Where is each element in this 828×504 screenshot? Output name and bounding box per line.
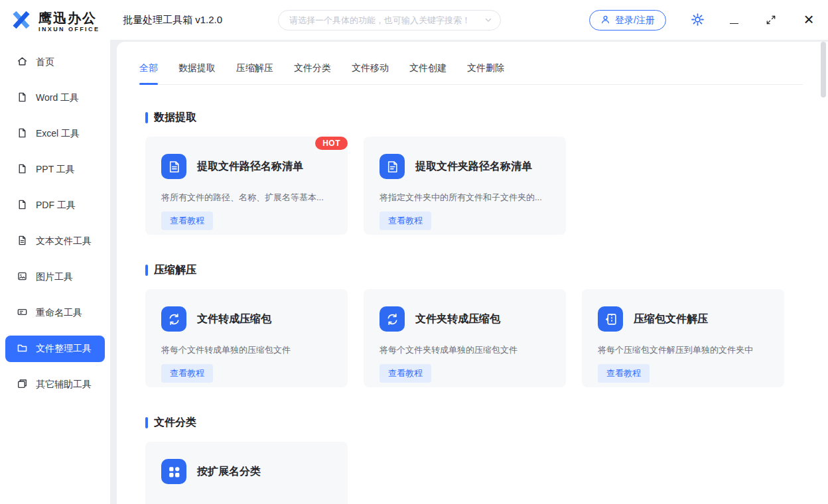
tool-card-classify-by-extension[interactable]: 按扩展名分类 <box>145 442 348 504</box>
logo-name: 鹰迅办公 <box>38 11 100 26</box>
tool-card-unzip[interactable]: 压缩包文件解压 将每个压缩包文件解压到单独的文件夹中 查看教程 <box>582 289 784 387</box>
view-tutorial-button[interactable]: 查看教程 <box>161 364 213 383</box>
header: 鹰迅办公 INXUN OFFICE 批量处理工具箱 v1.2.0 登录/注册 <box>0 0 828 40</box>
minimize-icon <box>730 23 738 24</box>
file-to-zip-icon <box>161 306 186 332</box>
app-title: 批量处理工具箱 v1.2.0 <box>123 0 222 40</box>
card-title: 文件转成压缩包 <box>197 312 271 326</box>
section-file-classify: 文件分类 按扩展名分类 <box>145 415 799 504</box>
hot-badge: HOT <box>315 137 348 150</box>
main-area: 全部 数据提取 压缩解压 文件分类 文件移动 文件创建 文件删除 数据提取 HO… <box>110 40 828 504</box>
sidebar-item-label: Word 工具 <box>36 92 79 104</box>
content-panel: 全部 数据提取 压缩解压 文件分类 文件移动 文件创建 文件删除 数据提取 HO… <box>117 42 828 504</box>
tab-data-extract[interactable]: 数据提取 <box>178 62 216 84</box>
chevron-down-icon[interactable] <box>484 15 492 27</box>
section-compress-decompress: 压缩解压 文件转成压缩包 将每个文件转成单独的压缩包文件 查看教程 <box>145 263 799 387</box>
folder-icon <box>17 342 28 355</box>
maximize-button[interactable] <box>766 15 776 27</box>
logo-x-icon <box>9 8 33 34</box>
card-title: 压缩包文件解压 <box>634 312 708 326</box>
tab-file-create[interactable]: 文件创建 <box>409 62 447 84</box>
function-search-select[interactable] <box>278 10 501 31</box>
app-logo: 鹰迅办公 INXUN OFFICE <box>9 8 100 34</box>
rename-icon <box>17 306 28 320</box>
scrollbar-thumb[interactable] <box>821 42 826 97</box>
tool-card-extract-file-list[interactable]: HOT 提取文件路径名称清单 将所有文件的路径、名称、扩展名等基本... 查看教… <box>145 137 348 235</box>
other-tools-icon <box>17 378 28 391</box>
word-doc-icon <box>17 92 28 105</box>
login-register-button[interactable]: 登录/注册 <box>589 10 666 31</box>
sidebar-item-label: 文件整理工具 <box>36 343 92 355</box>
logo-subname: INXUN OFFICE <box>38 26 100 32</box>
sidebar-item-label: PDF 工具 <box>36 200 76 212</box>
folder-list-icon <box>380 154 405 179</box>
search-input[interactable] <box>289 15 484 25</box>
card-title: 提取文件路径名称清单 <box>197 160 303 174</box>
tab-compress-decompress[interactable]: 压缩解压 <box>236 62 273 84</box>
close-icon: × <box>803 9 813 29</box>
sidebar-item-excel-tools[interactable]: Excel 工具 <box>0 116 110 152</box>
pdf-doc-icon <box>17 199 28 212</box>
ppt-doc-icon <box>17 163 28 176</box>
sidebar-item-other-tools[interactable]: 其它辅助工具 <box>0 367 110 403</box>
category-tabs: 全部 数据提取 压缩解压 文件分类 文件移动 文件创建 文件删除 <box>139 42 803 85</box>
tool-card-extract-folder-list[interactable]: 提取文件夹路径名称清单 将指定文件夹中的所有文件和子文件夹的... 查看教程 <box>364 137 566 235</box>
tab-all[interactable]: 全部 <box>139 62 158 84</box>
sidebar-item-image-tools[interactable]: 图片工具 <box>0 259 110 295</box>
folder-to-zip-icon <box>380 306 405 332</box>
maximize-icon <box>766 15 776 25</box>
section-title: 数据提取 <box>154 110 196 125</box>
section-title: 文件分类 <box>154 415 196 430</box>
sidebar-item-label: 首页 <box>36 56 54 68</box>
view-tutorial-button[interactable]: 查看教程 <box>598 364 650 383</box>
section-accent-bar <box>145 112 148 123</box>
section-accent-bar <box>145 417 148 428</box>
tab-file-classify[interactable]: 文件分类 <box>294 62 331 84</box>
sidebar-item-ppt-tools[interactable]: PPT 工具 <box>0 152 110 188</box>
sidebar-item-word-tools[interactable]: Word 工具 <box>0 80 110 116</box>
file-list-icon <box>161 154 186 179</box>
section-data-extract: 数据提取 HOT 提取文件路径名称清单 将所有文件的路径、名称、扩展名等基本..… <box>145 110 799 235</box>
home-icon <box>17 56 28 69</box>
sidebar-item-text-file-tools[interactable]: 文本文件工具 <box>0 223 110 259</box>
tool-card-file-to-zip[interactable]: 文件转成压缩包 将每个文件转成单独的压缩包文件 查看教程 <box>145 289 348 387</box>
card-title: 提取文件夹路径名称清单 <box>415 160 532 174</box>
sidebar-item-label: 其它辅助工具 <box>36 379 92 391</box>
classify-grid-icon <box>161 459 186 484</box>
card-desc: 将每个文件夹转成单独的压缩包文件 <box>380 344 550 356</box>
user-icon <box>600 15 610 27</box>
card-desc: 将每个文件转成单独的压缩包文件 <box>161 344 332 356</box>
sidebar-item-label: 重命名工具 <box>36 307 82 319</box>
sidebar-item-label: PPT 工具 <box>36 164 75 176</box>
scrollbar[interactable] <box>820 42 827 504</box>
unzip-icon <box>598 306 623 332</box>
sidebar: 首页 Word 工具 Excel 工具 PPT 工具 PDF 工 <box>0 40 110 504</box>
card-title: 按扩展名分类 <box>197 465 261 479</box>
card-title: 文件夹转成压缩包 <box>415 312 500 326</box>
sidebar-item-label: Excel 工具 <box>36 128 80 140</box>
tab-file-delete[interactable]: 文件删除 <box>467 62 504 84</box>
settings-gear-icon[interactable] <box>691 13 704 28</box>
sidebar-item-pdf-tools[interactable]: PDF 工具 <box>0 188 110 223</box>
image-icon <box>17 271 28 284</box>
view-tutorial-button[interactable]: 查看教程 <box>380 364 431 383</box>
sidebar-item-file-organize-tools[interactable]: 文件整理工具 <box>0 331 110 367</box>
minimize-button[interactable] <box>727 13 740 27</box>
view-tutorial-button[interactable]: 查看教程 <box>380 212 431 230</box>
excel-doc-icon <box>17 127 28 141</box>
login-register-label: 登录/注册 <box>615 15 655 27</box>
close-button[interactable]: × <box>799 8 819 31</box>
section-accent-bar <box>145 265 148 276</box>
sidebar-item-home[interactable]: 首页 <box>0 44 110 80</box>
text-file-icon <box>17 235 28 248</box>
tool-card-folder-to-zip[interactable]: 文件夹转成压缩包 将每个文件夹转成单独的压缩包文件 查看教程 <box>364 289 566 387</box>
sidebar-item-label: 文本文件工具 <box>36 235 92 247</box>
card-desc: 将指定文件夹中的所有文件和子文件夹的... <box>380 192 550 204</box>
sidebar-item-label: 图片工具 <box>36 271 73 283</box>
view-tutorial-button[interactable]: 查看教程 <box>161 212 213 230</box>
card-desc: 将所有文件的路径、名称、扩展名等基本... <box>161 192 332 204</box>
section-title: 压缩解压 <box>154 263 196 277</box>
sidebar-item-rename-tools[interactable]: 重命名工具 <box>0 295 110 331</box>
card-desc: 将每个压缩包文件解压到单独的文件夹中 <box>598 344 768 356</box>
tab-file-move[interactable]: 文件移动 <box>352 62 389 84</box>
